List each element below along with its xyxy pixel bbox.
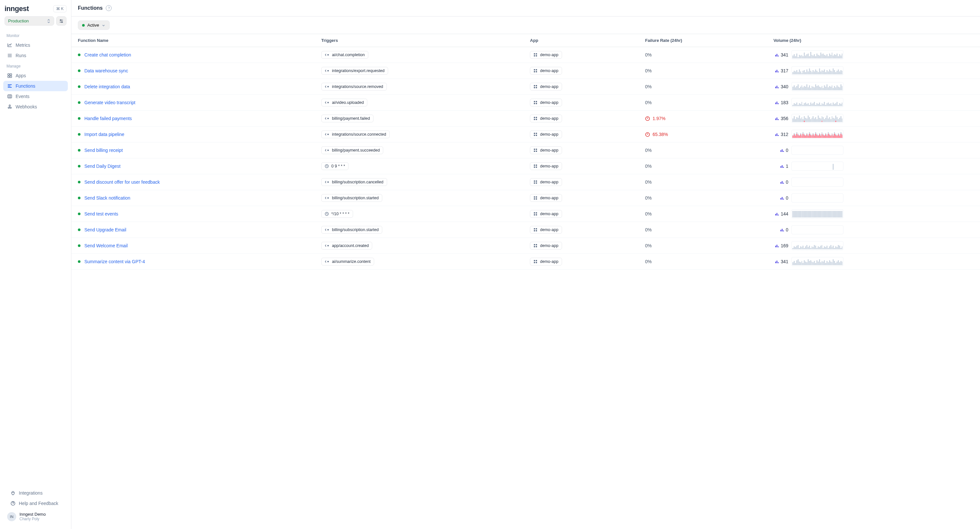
app-pill[interactable]: demo-app: [530, 162, 562, 170]
app-pill[interactable]: demo-app: [530, 99, 562, 107]
app-pill[interactable]: demo-app: [530, 194, 562, 202]
trigger-pill[interactable]: ai/summarize.content: [321, 258, 374, 266]
metrics-icon: [7, 43, 12, 48]
app-pill[interactable]: demo-app: [530, 83, 562, 91]
status-filter[interactable]: Active: [78, 21, 110, 30]
app-pill[interactable]: demo-app: [530, 67, 562, 75]
sparkline: [791, 98, 843, 107]
functions-icon: [7, 83, 12, 89]
table-row: Send billing receipt billing/payment.suc…: [72, 142, 980, 158]
sidebar-item-events[interactable]: Events: [3, 91, 68, 102]
trigger-pill[interactable]: ai/chat.completion: [321, 51, 368, 59]
function-link[interactable]: Send test events: [84, 211, 118, 217]
function-link[interactable]: Send Slack notification: [84, 195, 130, 201]
function-link[interactable]: Send Welcome Email: [84, 243, 128, 248]
function-link[interactable]: Import data pipeline: [84, 132, 124, 137]
sidebar-item-label: Metrics: [16, 43, 30, 48]
function-link[interactable]: Data warehouse sync: [84, 68, 128, 73]
svg-point-43: [328, 118, 329, 119]
sidebar-item-functions[interactable]: Functions: [3, 81, 68, 91]
function-link[interactable]: Handle failed payments: [84, 116, 132, 121]
sidebar-item-integrations[interactable]: Integrations: [6, 488, 65, 498]
app-pill[interactable]: demo-app: [530, 258, 562, 266]
volume-number: 341: [773, 259, 788, 264]
status-dot-icon: [78, 260, 81, 263]
svg-point-19: [328, 70, 329, 72]
svg-rect-118: [534, 260, 535, 261]
trigger-pill[interactable]: billing/subscription.started: [321, 226, 382, 234]
event-icon: [325, 196, 329, 199]
function-link[interactable]: Send discount offer for user feedback: [84, 180, 160, 185]
trigger-pill[interactable]: integrations/source.removed: [321, 83, 387, 91]
svg-rect-4: [8, 76, 10, 78]
volume-text: 356: [781, 116, 788, 121]
col-volume[interactable]: Volume (24hr): [767, 34, 980, 47]
svg-point-109: [328, 245, 329, 246]
col-function-name[interactable]: Function Name: [72, 34, 315, 47]
sidebar-item-apps[interactable]: Apps: [3, 70, 68, 81]
col-failure[interactable]: Failure Rate (24hr): [639, 34, 767, 47]
sidebar-item-runs[interactable]: Runs: [3, 50, 68, 61]
trigger-pill[interactable]: billing/payment.succeeded: [321, 147, 383, 154]
bars-icon: [775, 132, 779, 136]
app-pill[interactable]: demo-app: [530, 242, 562, 250]
svg-rect-59: [776, 133, 778, 136]
function-link[interactable]: Delete integration data: [84, 84, 130, 89]
sidebar-item-metrics[interactable]: Metrics: [3, 40, 68, 50]
trigger-pill[interactable]: */10 * * * *: [321, 210, 353, 218]
svg-rect-74: [780, 166, 781, 168]
svg-rect-41: [776, 102, 778, 104]
table-row: Send Welcome Email app/account.created d…: [72, 238, 980, 254]
trigger-pill[interactable]: billing/subscription.cancelled: [321, 178, 387, 186]
failure-rate: 0%: [645, 84, 760, 89]
environment-select[interactable]: Production: [5, 16, 54, 25]
app-text: demo-app: [540, 259, 558, 264]
svg-rect-99: [776, 213, 778, 215]
col-triggers[interactable]: Triggers: [315, 34, 523, 47]
app-pill[interactable]: demo-app: [530, 115, 562, 122]
function-link[interactable]: Send Upgrade Email: [84, 227, 126, 233]
svg-point-1: [62, 21, 63, 22]
app-pill[interactable]: demo-app: [530, 51, 562, 59]
col-app[interactable]: App: [523, 34, 639, 47]
environment-settings-button[interactable]: [56, 16, 67, 25]
svg-point-117: [328, 261, 329, 262]
trigger-pill[interactable]: ai/video.uploaded: [321, 99, 368, 107]
app-icon: [533, 180, 538, 184]
svg-rect-55: [534, 135, 535, 136]
svg-rect-54: [536, 133, 537, 134]
function-link[interactable]: Send billing receipt: [84, 148, 123, 153]
function-link[interactable]: Send Daily Digest: [84, 164, 120, 169]
app-pill[interactable]: demo-app: [530, 210, 562, 218]
app-icon: [533, 260, 538, 263]
trigger-pill[interactable]: app/account.created: [321, 242, 372, 250]
failure-text: 0%: [645, 100, 652, 105]
trigger-pill[interactable]: billing/payment.failed: [321, 115, 374, 122]
app-pill[interactable]: demo-app: [530, 178, 562, 186]
bars-icon: [775, 100, 779, 105]
help-icon[interactable]: ?: [106, 5, 111, 11]
svg-rect-58: [775, 134, 776, 136]
function-link[interactable]: Create chat completion: [84, 52, 131, 57]
app-icon: [533, 228, 538, 232]
app-pill[interactable]: demo-app: [530, 147, 562, 154]
sidebar-item-help[interactable]: Help and Feedback: [6, 498, 65, 508]
app-pill[interactable]: demo-app: [530, 226, 562, 234]
svg-point-9: [9, 105, 10, 106]
command-k-shortcut[interactable]: ⌘ K: [53, 5, 67, 12]
user-menu[interactable]: IN Inngest Demo Charly Poly: [3, 508, 68, 524]
function-link[interactable]: Summarize content via GPT-4: [84, 259, 145, 264]
trigger-pill[interactable]: integrations/export.requested: [321, 67, 388, 75]
trigger-pill[interactable]: 0 9 * * *: [321, 162, 348, 170]
volume-number: 356: [773, 116, 788, 121]
svg-rect-73: [536, 166, 537, 168]
svg-rect-82: [780, 182, 781, 184]
svg-point-77: [328, 182, 329, 183]
volume-text: 341: [781, 259, 788, 264]
app-text: demo-app: [540, 148, 558, 153]
function-link[interactable]: Generate video transcript: [84, 100, 135, 105]
trigger-pill[interactable]: integrations/source.connected: [321, 131, 390, 138]
trigger-pill[interactable]: billing/subscription.started: [321, 194, 382, 202]
app-pill[interactable]: demo-app: [530, 131, 562, 138]
sidebar-item-webhooks[interactable]: Webhooks: [3, 102, 68, 112]
